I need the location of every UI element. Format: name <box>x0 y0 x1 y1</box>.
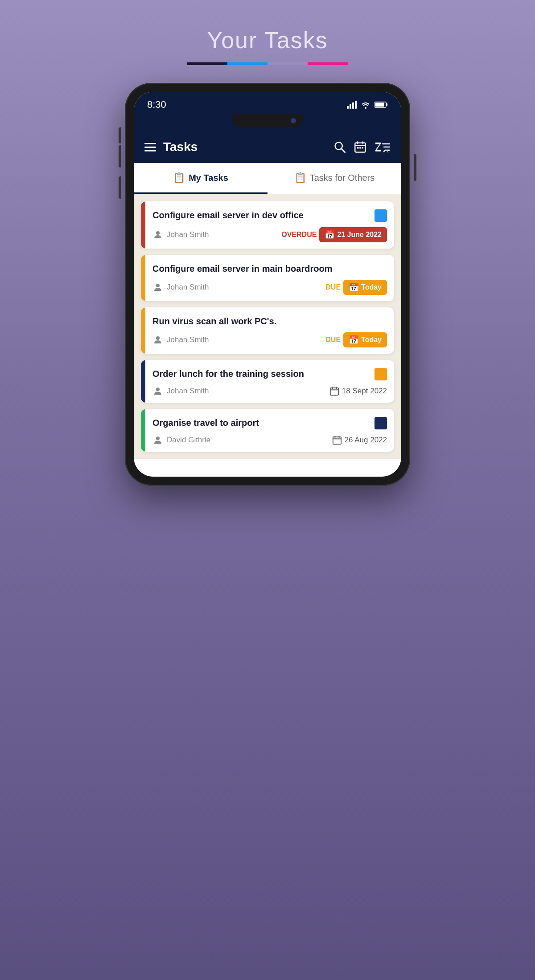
tasks-for-others-tab-label: Tasks for Others <box>310 173 375 183</box>
assignee-icon-5 <box>152 435 163 445</box>
task-header-4: Order lunch for the training session <box>152 368 387 380</box>
due-date-4: 18 Sept 2022 <box>342 387 387 396</box>
task-assignee-1: Johan Smith <box>152 229 209 240</box>
task-title-2: Configure email server in main boardroom <box>152 263 387 274</box>
status-bar: 8:30 <box>134 92 401 114</box>
task-content-5: Organise travel to airport David Githrie <box>145 409 394 452</box>
tab-segment-4 <box>308 62 348 65</box>
assignee-icon-3 <box>152 335 163 345</box>
tab-my-tasks[interactable]: 📋 My Tasks <box>134 163 268 194</box>
assignee-name-5: David Githrie <box>167 436 210 445</box>
svg-rect-1 <box>375 103 384 107</box>
assignee-name-3: Johan Smith <box>167 335 209 344</box>
task-footer-2: Johan Smith DUE 📅 Today <box>152 280 387 295</box>
task-item-4[interactable]: Order lunch for the training session Joh… <box>141 360 394 403</box>
task-assignee-3: Johan Smith <box>152 335 209 345</box>
task-header-1: Configure email server in dev office <box>152 209 387 222</box>
task-title-5: Organise travel to airport <box>152 417 370 429</box>
tab-segment-1 <box>187 62 227 65</box>
svg-rect-9 <box>357 147 359 149</box>
calendar-plain-icon-4 <box>329 386 339 396</box>
menu-button[interactable] <box>144 143 156 151</box>
page-title: Your Tasks <box>207 27 328 53</box>
svg-rect-11 <box>362 147 364 149</box>
calendar-badge-icon-3: 📅 <box>349 335 358 345</box>
task-assignee-5: David Githrie <box>152 435 210 445</box>
svg-text:Z: Z <box>387 149 389 153</box>
task-item-2[interactable]: Configure email server in main boardroom… <box>141 255 394 301</box>
battery-icon <box>374 101 388 108</box>
calendar-badge-icon-2: 📅 <box>349 282 358 292</box>
assignee-name-4: Johan Smith <box>167 387 209 396</box>
phone-vol-up-button <box>119 145 121 167</box>
svg-text:A: A <box>383 149 386 153</box>
task-assignee-4: Johan Smith <box>152 386 209 396</box>
due-label-3: DUE <box>325 336 341 344</box>
my-tasks-tab-icon: 📋 <box>173 172 185 184</box>
header-left: Tasks <box>144 140 198 154</box>
svg-rect-22 <box>330 388 338 396</box>
task-indicator-1 <box>374 209 387 222</box>
task-content-4: Order lunch for the training session Joh… <box>145 360 394 403</box>
task-due-plain-4: 18 Sept 2022 <box>329 386 387 396</box>
phone-silent-button <box>119 127 121 143</box>
svg-point-26 <box>156 437 160 440</box>
svg-rect-10 <box>359 147 361 149</box>
task-footer-4: Johan Smith 18 Sept 2022 <box>152 386 387 396</box>
my-tasks-tab-label: My Tasks <box>189 173 228 183</box>
bottom-area <box>134 459 401 477</box>
task-border-4 <box>141 360 145 403</box>
calendar-badge-icon-1: 📅 <box>325 230 334 240</box>
assignee-icon-2 <box>152 282 163 293</box>
phone-vol-down-button <box>119 176 121 199</box>
task-border-1 <box>141 201 145 249</box>
notch-area <box>134 114 401 131</box>
phone-power-button <box>414 154 416 181</box>
task-footer-5: David Githrie 26 Aug 2022 <box>152 435 387 445</box>
search-icon[interactable] <box>333 141 346 153</box>
due-label-2: DUE <box>325 283 341 291</box>
assignee-icon-4 <box>152 386 163 396</box>
calendar-plain-icon-5 <box>332 435 342 445</box>
task-item-5[interactable]: Organise travel to airport David Githrie <box>141 409 394 452</box>
task-footer-3: Johan Smith DUE 📅 Today <box>152 332 387 347</box>
phone-screen: 8:30 <box>134 92 401 477</box>
tab-tasks-for-others[interactable]: 📋 Tasks for Others <box>268 163 401 194</box>
task-due-2: DUE 📅 Today <box>325 280 387 295</box>
due-date-2: Today <box>361 283 382 291</box>
tab-segment-2 <box>227 62 268 65</box>
overdue-label-1: OVERDUE <box>281 231 317 239</box>
task-item-3[interactable]: Run virus scan all work PC's. Johan Smit… <box>141 307 394 354</box>
tab-segment-3 <box>268 62 308 65</box>
assignee-name-1: Johan Smith <box>167 230 209 239</box>
svg-point-19 <box>156 284 160 287</box>
due-badge-1: 📅 21 June 2022 <box>319 227 387 242</box>
status-icons <box>347 101 388 109</box>
task-title-4: Order lunch for the training session <box>152 368 370 380</box>
due-badge-3: 📅 Today <box>343 332 387 347</box>
task-title-3: Run virus scan all work PC's. <box>152 315 387 327</box>
task-assignee-2: Johan Smith <box>152 282 209 293</box>
task-header-5: Organise travel to airport <box>152 417 387 429</box>
task-due-3: DUE 📅 Today <box>325 332 387 347</box>
phone-frame: 8:30 <box>125 83 410 486</box>
due-date-5: 26 Aug 2022 <box>345 436 387 445</box>
task-title-1: Configure email server in dev office <box>152 209 370 221</box>
task-item-1[interactable]: Configure email server in dev office Joh… <box>141 201 394 249</box>
task-list: Configure email server in dev office Joh… <box>134 194 401 459</box>
task-header-3: Run virus scan all work PC's. <box>152 315 387 327</box>
task-header-2: Configure email server in main boardroom <box>152 263 387 274</box>
task-indicator-5 <box>374 417 387 429</box>
wifi-icon <box>360 101 371 109</box>
due-date-3: Today <box>361 336 382 344</box>
filter-az-icon[interactable]: A Z <box>374 141 391 153</box>
task-border-3 <box>141 307 145 354</box>
svg-marker-12 <box>375 143 381 151</box>
tasks-for-others-tab-icon: 📋 <box>294 172 306 184</box>
svg-point-18 <box>156 231 160 235</box>
due-badge-2: 📅 Today <box>343 280 387 295</box>
calendar-icon[interactable] <box>354 141 366 153</box>
tab-indicator-bar <box>187 62 348 65</box>
svg-line-4 <box>342 149 345 152</box>
task-content-3: Run virus scan all work PC's. Johan Smit… <box>145 307 394 354</box>
